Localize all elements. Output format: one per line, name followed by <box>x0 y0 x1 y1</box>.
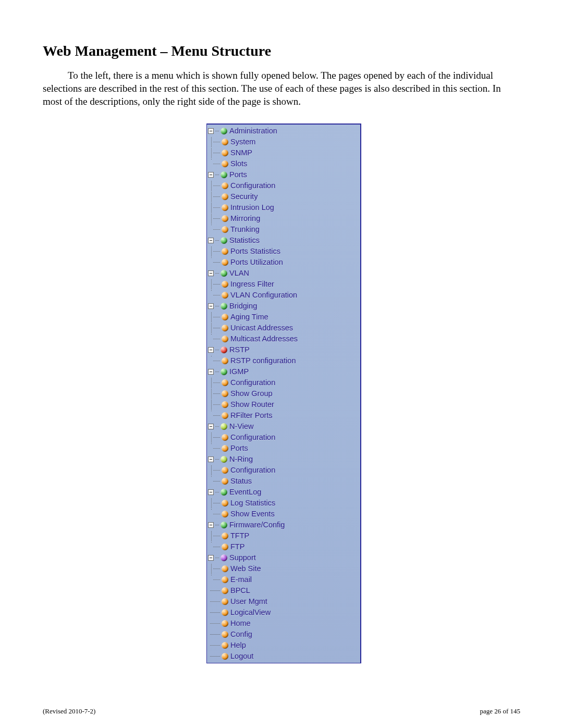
collapse-icon[interactable] <box>208 172 214 178</box>
collapse-icon[interactable] <box>208 270 214 276</box>
tree-leaf-label: Multicast Addresses <box>230 334 298 344</box>
tree-node-vlan[interactable]: VLAN <box>208 268 358 279</box>
tree-node-logicalview[interactable]: LogicalView <box>208 607 358 618</box>
tree-leaf-eventlog-log-statistics[interactable]: Log Statistics <box>208 498 358 509</box>
collapse-icon[interactable] <box>208 489 214 495</box>
bullet-icon <box>222 598 228 605</box>
tree-leaf-igmp-rfilter-ports[interactable]: RFilter Ports <box>208 410 358 421</box>
tree-leaf-vlan-vlan-configuration[interactable]: VLAN Configuration <box>208 290 358 301</box>
bullet-icon <box>221 237 227 244</box>
bullet-icon <box>222 576 228 583</box>
tree-leaf-ports-security[interactable]: Security <box>208 191 358 202</box>
tree-leaf-label: Show Events <box>230 509 275 520</box>
tree-leaf-label: Ports <box>230 443 248 454</box>
tree-leaf-n-ring-configuration[interactable]: Configuration <box>208 465 358 476</box>
tree-leaf-ports-intrusion-log[interactable]: Intrusion Log <box>208 202 358 213</box>
tree-leaf-n-view-configuration[interactable]: Configuration <box>208 432 358 443</box>
tree-leaf-n-view-ports[interactable]: Ports <box>208 443 358 454</box>
tree-leaf-label: Aging Time <box>230 312 268 323</box>
collapse-icon[interactable] <box>208 238 214 243</box>
tree-leaf-igmp-show-group[interactable]: Show Group <box>208 388 358 399</box>
tree-node-ports[interactable]: Ports <box>208 169 358 180</box>
collapse-icon[interactable] <box>208 303 214 309</box>
collapse-icon[interactable] <box>208 369 214 375</box>
tree-leaf-label: E-mail <box>230 574 252 585</box>
tree-node-statistics[interactable]: Statistics <box>208 235 358 246</box>
tree-node-help[interactable]: Help <box>208 640 358 651</box>
tree-leaf-bridging-unicast-addresses[interactable]: Unicast Addresses <box>208 323 358 334</box>
tree-leaf-firmware-config-tftp[interactable]: TFTP <box>208 530 358 541</box>
tree-node-eventlog[interactable]: EventLog <box>208 487 358 498</box>
bullet-icon <box>222 434 228 441</box>
bullet-icon <box>222 390 228 397</box>
tree-leaf-label: Configuration <box>230 180 275 191</box>
tree-leaf-rstp-rstp-configuration[interactable]: RSTP configuration <box>208 355 358 366</box>
bullet-icon <box>222 544 228 550</box>
tree-leaf-eventlog-show-events[interactable]: Show Events <box>208 509 358 520</box>
bullet-icon <box>222 467 228 474</box>
tree-node-label: Home <box>230 618 251 629</box>
tree-leaf-ports-mirroring[interactable]: Mirroring <box>208 213 358 224</box>
collapse-icon[interactable] <box>208 347 214 353</box>
tree-node-config[interactable]: Config <box>208 629 358 640</box>
tree-leaf-label: Configuration <box>230 465 275 476</box>
bullet-icon <box>222 259 228 266</box>
tree-node-label: RSTP <box>229 344 250 355</box>
tree-node-n-ring[interactable]: N-Ring <box>208 454 358 465</box>
tree-leaf-vlan-ingress-filter[interactable]: Ingress Filter <box>208 279 358 290</box>
tree-leaf-label: Show Router <box>230 399 274 410</box>
collapse-icon[interactable] <box>208 555 214 561</box>
tree-leaf-firmware-config-ftp[interactable]: FTP <box>208 541 358 552</box>
tree-leaf-label: Configuration <box>230 432 275 443</box>
tree-leaf-administration-slots[interactable]: Slots <box>208 158 358 169</box>
bullet-icon <box>222 336 228 342</box>
tree-leaf-statistics-ports-statistics[interactable]: Ports Statistics <box>208 246 358 257</box>
collapse-icon[interactable] <box>208 128 214 134</box>
tree-node-administration[interactable]: Administration <box>208 126 358 137</box>
tree-leaf-administration-system[interactable]: System <box>208 137 358 147</box>
tree-leaf-label: Mirroring <box>230 213 260 224</box>
bullet-icon <box>222 533 228 539</box>
bullet-icon <box>222 248 228 255</box>
tree-leaf-administration-snmp[interactable]: SNMP <box>208 147 358 158</box>
tree-node-firmware-config[interactable]: Firmware/Config <box>208 520 358 530</box>
tree-leaf-label: Security <box>230 191 258 202</box>
tree-node-label: Firmware/Config <box>229 520 285 530</box>
tree-node-rstp[interactable]: RSTP <box>208 344 358 355</box>
tree-node-label: N-View <box>229 421 253 432</box>
collapse-icon[interactable] <box>208 522 214 528</box>
tree-node-label: Administration <box>229 126 277 137</box>
tree-node-bpcl[interactable]: BPCL <box>208 585 358 596</box>
tree-leaf-n-ring-status[interactable]: Status <box>208 476 358 487</box>
bullet-icon <box>222 182 228 189</box>
tree-leaf-statistics-ports-utilization[interactable]: Ports Utilization <box>208 257 358 268</box>
bullet-icon <box>221 171 227 178</box>
tree-leaf-ports-trunking[interactable]: Trunking <box>208 224 358 235</box>
tree-node-user-mgmt[interactable]: User Mgmt <box>208 596 358 607</box>
tree-node-logout[interactable]: Logout <box>208 651 358 662</box>
tree-leaf-bridging-multicast-addresses[interactable]: Multicast Addresses <box>208 334 358 344</box>
tree-node-bridging[interactable]: Bridging <box>208 301 358 312</box>
bullet-icon <box>222 325 228 331</box>
footer-page-number: page 26 of 145 <box>480 707 520 715</box>
tree-node-home[interactable]: Home <box>208 618 358 629</box>
tree-leaf-bridging-aging-time[interactable]: Aging Time <box>208 312 358 323</box>
tree-leaf-label: SNMP <box>230 147 252 158</box>
tree-leaf-igmp-configuration[interactable]: Configuration <box>208 377 358 388</box>
tree-leaf-label: Ingress Filter <box>230 279 274 290</box>
collapse-icon[interactable] <box>208 456 214 462</box>
tree-node-label: Statistics <box>229 235 260 246</box>
tree-leaf-igmp-show-router[interactable]: Show Router <box>208 399 358 410</box>
bullet-icon <box>222 379 228 386</box>
tree-leaf-support-web-site[interactable]: Web Site <box>208 563 358 574</box>
tree-node-n-view[interactable]: N-View <box>208 421 358 432</box>
collapse-icon[interactable] <box>208 424 214 429</box>
tree-node-support[interactable]: Support <box>208 552 358 563</box>
tree-leaf-label: Log Statistics <box>230 498 275 509</box>
tree-leaf-ports-configuration[interactable]: Configuration <box>208 180 358 191</box>
tree-leaf-support-e-mail[interactable]: E-mail <box>208 574 358 585</box>
tree-node-label: Config <box>230 629 252 640</box>
bullet-icon <box>222 204 228 211</box>
bullet-icon <box>222 631 228 638</box>
tree-node-igmp[interactable]: IGMP <box>208 366 358 377</box>
